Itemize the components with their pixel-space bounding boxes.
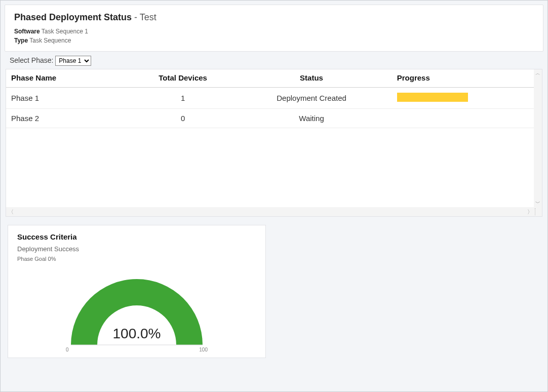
type-label: Type xyxy=(14,37,28,44)
page-title: Phased Deployment Status - Test xyxy=(14,12,534,23)
table-row[interactable]: Phase 20Waiting xyxy=(6,109,542,128)
progress-bar xyxy=(397,93,468,102)
gauge-chart: 100.0% xyxy=(17,264,256,350)
criteria-title: Success Criteria xyxy=(17,232,256,241)
title-suffix: - Test xyxy=(132,12,156,22)
vertical-scrollbar[interactable]: ︿ ﹀ xyxy=(534,69,542,207)
col-progress[interactable]: Progress xyxy=(392,69,542,88)
cell-phase-name: Phase 1 xyxy=(6,88,135,109)
phase-table: Phase Name Total Devices Status Progress… xyxy=(6,69,542,128)
software-label: Software xyxy=(14,28,40,35)
cell-total-devices: 1 xyxy=(135,88,231,109)
success-criteria-panel: Success Criteria Deployment Success Phas… xyxy=(8,225,266,358)
phase-select[interactable]: Phase 1Phase 2 xyxy=(55,56,91,66)
col-total-devices[interactable]: Total Devices xyxy=(135,69,231,88)
cell-total-devices: 0 xyxy=(135,109,231,128)
table-header-row: Phase Name Total Devices Status Progress xyxy=(6,69,542,88)
software-value: Task Sequence 1 xyxy=(42,28,88,35)
col-phase-name[interactable]: Phase Name xyxy=(6,69,135,88)
phase-table-area: Phase Name Total Devices Status Progress… xyxy=(6,69,542,217)
type-row: Type Task Sequence xyxy=(14,37,534,44)
criteria-subtitle: Deployment Success xyxy=(17,245,256,253)
cell-status: Deployment Created xyxy=(231,88,392,109)
scroll-up-icon[interactable]: ︿ xyxy=(534,69,542,77)
cell-progress xyxy=(392,109,542,128)
cell-phase-name: Phase 2 xyxy=(6,109,135,128)
criteria-goal: Phase Goal 0% xyxy=(17,256,256,262)
phase-table-scroll: Phase Name Total Devices Status Progress… xyxy=(6,69,542,207)
header-panel: Phased Deployment Status - Test Software… xyxy=(5,5,543,52)
cell-status: Waiting xyxy=(231,109,392,128)
col-status[interactable]: Status xyxy=(231,69,392,88)
phase-select-row: Select Phase: Phase 1Phase 2 xyxy=(5,52,543,69)
title-main: Phased Deployment Status xyxy=(14,12,132,22)
phase-select-label: Select Phase: xyxy=(10,56,53,64)
scroll-left-icon[interactable]: 〈 xyxy=(8,208,14,216)
table-row[interactable]: Phase 11Deployment Created xyxy=(6,88,542,109)
scroll-down-icon[interactable]: ﹀ xyxy=(534,199,542,207)
cell-progress xyxy=(392,88,542,109)
type-value: Task Sequence xyxy=(29,37,71,44)
scrollbar-grip[interactable] xyxy=(535,208,540,215)
scroll-right-icon[interactable]: 〉 xyxy=(527,208,533,216)
gauge-value-label: 100.0% xyxy=(17,326,256,342)
horizontal-scrollbar[interactable]: 〈 〉 xyxy=(6,207,542,216)
software-row: Software Task Sequence 1 xyxy=(14,28,534,35)
deployment-status-dashboard: Phased Deployment Status - Test Software… xyxy=(0,0,548,392)
